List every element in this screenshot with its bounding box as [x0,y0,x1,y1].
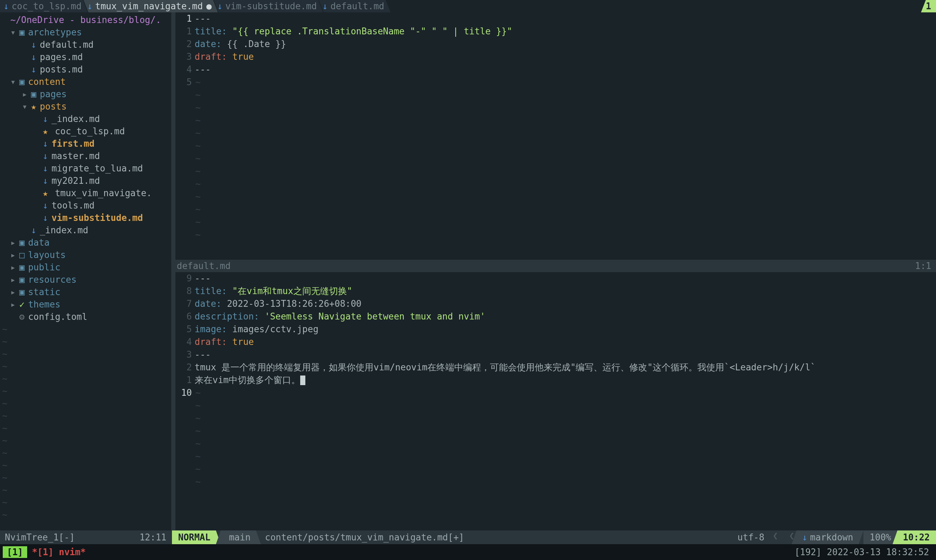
tab-tmux-vim-navigate[interactable]: ↓ tmux_vim_navigate.md ● [83,0,217,12]
sidebar-buffer-name: NvimTree_1[-] [5,532,75,543]
tree-item-label: vim-substitude.md [52,212,143,224]
tree-item-public[interactable]: ▸▣public [0,261,171,274]
winbar-filename: default.md [177,261,231,271]
empty-line-marker: ~ [0,434,171,447]
tree-item-label: tmux_vim_navigate. [55,187,152,199]
empty-line-marker: ~ [0,385,171,397]
tree-item-label: posts.md [40,63,83,75]
tree-item-content[interactable]: ▾▣content [0,75,171,88]
tree-item-label: archetypes [28,26,82,38]
tree-arrow-icon: ▸ [10,274,19,286]
markdown-icon: ↓ [322,1,328,11]
tree-item-layouts[interactable]: ▸□layouts [0,249,171,261]
tree-item-config-toml[interactable]: ⚙config.toml [0,311,171,323]
tree-item-label: pages [40,88,67,100]
tree-item-default-md[interactable]: ↓default.md [0,38,171,51]
sidebar-cursor-pos: 12:11 [140,532,167,543]
tree-item-vim-substitude-md[interactable]: ↓vim-substitude.md [0,212,171,224]
tree-item-label: posts [40,100,67,113]
statusline: NORMAL main content/posts/tmux_vim_navig… [172,531,936,544]
tree-item-posts-md[interactable]: ↓posts.md [0,63,171,75]
empty-line-marker: ~ [0,447,171,459]
tree-item-pages[interactable]: ▸▣pages [0,88,171,100]
empty-line-marker: ~ [0,471,171,484]
line-numbers-top: 112345 [175,12,194,260]
tree-item-archetypes[interactable]: ▾▣archetypes [0,26,171,38]
file-path-segment: content/posts/tmux_vim_navigate.md[+] [256,531,731,544]
tab-vim-substitude[interactable]: ↓ vim-substitude.md [214,0,323,12]
percent-segment: 100% [864,531,897,544]
tree-arrow-icon: ▸ [10,286,19,298]
sidebar-statusline: NvimTree_1[-] 12:11 [0,531,171,544]
markdown-icon: ↓ [217,1,223,11]
filetype-label: markdown [810,532,853,543]
tab-label: coc_to_lsp.md [12,1,82,11]
code-area-top[interactable]: ---title: "{{ replace .TranslationBaseNa… [194,12,936,260]
tree-item-static[interactable]: ▸▣static [0,286,171,298]
tree-item--index-md[interactable]: ↓_index.md [0,113,171,125]
tree-item-label: data [28,236,50,249]
tree-item--index-md[interactable]: ↓_index.md [0,224,171,236]
tree-item-resources[interactable]: ▸▣resources [0,274,171,286]
tree-item-my2021-md[interactable]: ↓my2021.md [0,174,171,187]
tree-item-label: static [28,286,60,298]
tree-item-label: migrate_to_lua.md [52,162,143,174]
tab-label: tmux_vim_navigate.md [95,1,203,11]
tree-arrow-icon: ▸ [10,298,19,311]
markdown-icon: ↓ [87,1,93,11]
empty-line-marker: ~ [0,496,171,508]
tree-item-master-md[interactable]: ↓master.md [0,150,171,162]
tree-root-path[interactable]: ~/OneDrive - business/blog/. [0,14,171,26]
tree-arrow-icon: ▾ [10,75,19,88]
filetype-segment: ↓ markdown [791,531,864,544]
os-segment [780,531,787,544]
tree-item-label: first.md [52,137,94,150]
tree-item-coc-to-lsp-md[interactable]: ★coc_to_lsp.md [0,125,171,137]
tree-item-themes[interactable]: ▸✓themes [0,298,171,311]
cursor-position: 10:22 [893,531,936,544]
tree-item-migrate-to-lua-md[interactable]: ↓migrate_to_lua.md [0,162,171,174]
tmux-window[interactable]: *[1] nvim* [27,547,91,557]
empty-line-marker: ~ [0,360,171,372]
tab-coc-to-lsp[interactable]: ↓ coc_to_lsp.md [0,0,88,12]
winbar-pos: 1:1 [915,261,931,271]
tree-item-label: pages.md [40,51,83,63]
tree-item-label: tools.md [52,199,94,212]
tree-arrow-icon: ▾ [10,26,19,38]
tree-item-label: default.md [40,38,94,51]
editor-pane-top[interactable]: 112345 ---title: "{{ replace .Translatio… [172,12,936,272]
tree-item-label: themes [28,298,60,311]
file-tree-sidebar: ~/OneDrive - business/blog/. ▾▣archetype… [0,12,172,544]
tree-item-pages-md[interactable]: ↓pages.md [0,51,171,63]
empty-line-marker: ~ [0,422,171,434]
tab-index: 1 [921,0,936,12]
winbar-inactive-top: default.md 1:1 [172,260,936,272]
empty-line-marker: ~ [0,484,171,496]
markdown-icon: ↓ [3,1,9,11]
tmux-clock: [192] 2022-03-13 18:32:52 [795,547,933,557]
modified-dot-icon: ● [206,1,212,11]
empty-line-marker: ~ [0,409,171,422]
editor-pane-bottom[interactable]: 98765432110 ---title: "在vim和tmux之间无缝切换"d… [172,272,936,544]
empty-line-marker: ~ [0,508,171,521]
mode-indicator: NORMAL [172,531,221,544]
tab-label: default.md [330,1,384,11]
tree-item-tmux-vim-navigate-[interactable]: ★tmux_vim_navigate. [0,187,171,199]
tmux-statusbar: [1] *[1] nvim* [192] 2022-03-13 18:32:52 [0,544,936,560]
tree-item-first-md[interactable]: ↓first.md [0,137,171,150]
file-tree[interactable]: ~/OneDrive - business/blog/. ▾▣archetype… [0,12,171,531]
tree-item-posts[interactable]: ▾★posts [0,100,171,113]
git-branch-name: main [229,532,251,543]
tree-item-label: layouts [28,249,66,261]
tab-label: vim-substitude.md [225,1,317,11]
tree-item-tools-md[interactable]: ↓tools.md [0,199,171,212]
tree-item-label: content [28,75,66,88]
tab-bar: ↓ coc_to_lsp.md ↓ tmux_vim_navigate.md ●… [0,0,936,12]
code-area-bottom[interactable]: ---title: "在vim和tmux之间无缝切换"date: 2022-03… [194,272,936,531]
tree-item-data[interactable]: ▸▣data [0,236,171,249]
tab-default[interactable]: ↓ default.md [319,0,390,12]
tmux-session[interactable]: [1] [3,546,27,558]
empty-line-marker: ~ [0,459,171,471]
tree-arrow-icon: ▸ [22,88,31,100]
tree-item-label: resources [28,274,77,286]
